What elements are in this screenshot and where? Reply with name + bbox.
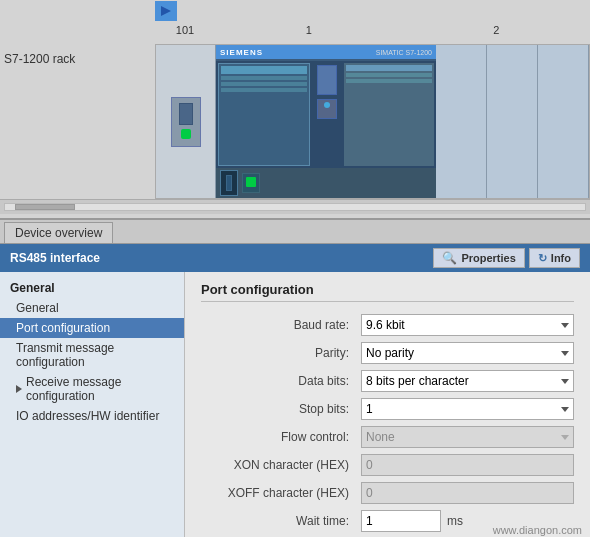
- info-button[interactable]: ↻ Info: [529, 248, 580, 268]
- data-bits-value: 8 bits per character: [366, 374, 469, 388]
- baud-rate-value: 9.6 kbit: [366, 318, 405, 332]
- xon-row: XON character (HEX) 0: [201, 454, 574, 476]
- slot-1: [436, 45, 487, 198]
- sidebar-item-io-addresses[interactable]: IO addresses/HW identifier: [0, 406, 184, 426]
- panel-title: RS485 interface: [10, 251, 100, 265]
- flow-control-row: Flow control: None: [201, 426, 574, 448]
- model-text: SIMATIC S7-1200: [376, 49, 432, 56]
- play-icon: [161, 6, 171, 16]
- parity-value: No parity: [366, 346, 414, 360]
- baud-rate-dropdown[interactable]: 9.6 kbit: [361, 314, 574, 336]
- watermark: www.diangon.com: [493, 524, 582, 536]
- col-2-label: 2: [403, 24, 591, 44]
- xon-label: XON character (HEX): [201, 458, 361, 472]
- wait-time-label: Wait time:: [201, 514, 361, 528]
- xoff-row: XOFF character (HEX) 0: [201, 482, 574, 504]
- sidebar-item-general[interactable]: General: [0, 298, 184, 318]
- arrow-icon: [16, 385, 22, 393]
- parity-dropdown[interactable]: No parity: [361, 342, 574, 364]
- parity-dropdown-arrow: [561, 351, 569, 356]
- data-bits-row: Data bits: 8 bits per character: [201, 370, 574, 392]
- info-label: Info: [551, 252, 571, 264]
- slot-2: [487, 45, 538, 198]
- properties-button[interactable]: 🔍 Properties: [433, 248, 524, 268]
- flow-control-dropdown: None: [361, 426, 574, 448]
- data-bits-label: Data bits:: [201, 374, 361, 388]
- stop-bits-dropdown[interactable]: 1: [361, 398, 574, 420]
- xon-value: 0: [366, 458, 373, 472]
- main-module: SIEMENS SIMATIC S7-1200: [216, 45, 436, 198]
- xoff-value: 0: [366, 486, 373, 500]
- col-1-label: 1: [215, 24, 403, 44]
- siemens-logo: SIEMENS: [220, 48, 263, 57]
- sidebar-item-port-configuration[interactable]: Port configuration: [0, 318, 184, 338]
- rack-area: 101 1 2 S7-1200 rack SIEMENS SIMATIC S7-…: [0, 0, 590, 220]
- properties-label: Properties: [461, 252, 515, 264]
- wait-time-suffix: ms: [447, 514, 463, 528]
- tabs-bar: Device overview: [0, 220, 590, 244]
- sidebar-item-receive[interactable]: Receive message configuration: [0, 372, 184, 406]
- slot-101: [156, 45, 216, 198]
- sidebar-item-transmit[interactable]: Transmit message configuration: [0, 338, 184, 372]
- flow-control-value: None: [366, 430, 395, 444]
- col-101-label: 101: [155, 24, 215, 44]
- data-bits-dropdown-arrow: [561, 379, 569, 384]
- bottom-panel: Device overview RS485 interface 🔍 Proper…: [0, 220, 590, 537]
- panel-content: General General Port configuration Trans…: [0, 272, 590, 537]
- baud-rate-dropdown-arrow: [561, 323, 569, 328]
- flow-control-dropdown-arrow: [561, 435, 569, 440]
- scrollbar-thumb[interactable]: [15, 204, 75, 210]
- parity-label: Parity:: [201, 346, 361, 360]
- sidebar: General General Port configuration Trans…: [0, 272, 185, 537]
- xoff-input: 0: [361, 482, 574, 504]
- flow-control-label: Flow control:: [201, 430, 361, 444]
- stop-bits-row: Stop bits: 1: [201, 398, 574, 420]
- data-bits-dropdown[interactable]: 8 bits per character: [361, 370, 574, 392]
- parity-row: Parity: No parity: [201, 342, 574, 364]
- baud-rate-label: Baud rate:: [201, 318, 361, 332]
- xoff-label: XOFF character (HEX): [201, 486, 361, 500]
- stop-bits-dropdown-arrow: [561, 407, 569, 412]
- port-config-title: Port configuration: [201, 282, 574, 302]
- baud-rate-row: Baud rate: 9.6 kbit: [201, 314, 574, 336]
- sidebar-section-header: General: [0, 278, 184, 298]
- stop-bits-label: Stop bits:: [201, 402, 361, 416]
- tab-device-overview[interactable]: Device overview: [4, 222, 113, 243]
- slot-3: [538, 45, 589, 198]
- panel-header: RS485 interface 🔍 Properties ↻ Info: [0, 244, 590, 272]
- rack-label: S7-1200 rack: [0, 44, 155, 199]
- play-button[interactable]: [155, 1, 177, 21]
- wait-time-input[interactable]: [361, 510, 441, 532]
- stop-bits-value: 1: [366, 402, 373, 416]
- xon-input: 0: [361, 454, 574, 476]
- horizontal-scrollbar[interactable]: [0, 199, 590, 214]
- main-content: Port configuration Baud rate: 9.6 kbit P…: [185, 272, 590, 537]
- rack-slots: SIEMENS SIMATIC S7-1200: [155, 44, 590, 199]
- scrollbar-track[interactable]: [4, 203, 586, 211]
